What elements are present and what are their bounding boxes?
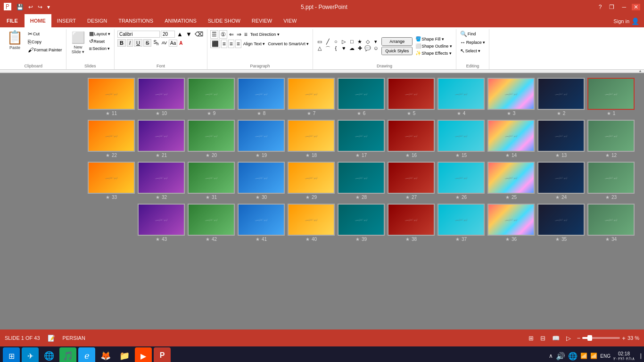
list-item[interactable]: اردو / فارسی★3 <box>487 78 535 116</box>
slide-thumb[interactable]: اردو / فارسی <box>537 162 585 194</box>
tab-view[interactable]: VIEW <box>278 14 302 27</box>
text-direction-button[interactable]: Text Direction ▾ <box>249 32 281 37</box>
slide-star[interactable]: ★ <box>505 195 510 200</box>
reading-view-btn[interactable]: 📖 <box>550 334 562 343</box>
shape-more[interactable]: ▾ <box>372 39 380 45</box>
taskbar-lang[interactable]: ENG <box>600 354 611 359</box>
list-item[interactable]: اردو / فارسی★2 <box>537 78 585 116</box>
list-item[interactable]: اردو / فارسی★10 <box>138 78 185 116</box>
tab-design[interactable]: DESIGN <box>82 14 113 27</box>
slide-thumb[interactable]: اردو / فارسی <box>438 120 485 152</box>
align-right[interactable]: ≡ <box>228 40 234 48</box>
quick-styles-button[interactable]: Quick Styles <box>381 47 413 55</box>
tab-review[interactable]: REVIEW <box>246 14 278 27</box>
slide-thumb[interactable]: اردو / فارسی <box>487 204 535 236</box>
tab-slideshow[interactable]: SLIDE SHOW <box>202 14 246 27</box>
sign-in-btn[interactable]: Sign in 👤 <box>609 15 644 27</box>
list-item[interactable]: اردو / فارسی★39 <box>338 204 385 242</box>
list-item[interactable]: اردو / فارسی★34 <box>587 204 635 242</box>
increase-indent[interactable]: ⇒ <box>236 31 242 38</box>
slide-thumb[interactable]: اردو / فارسی <box>438 78 485 110</box>
slide-thumb[interactable]: اردو / فارسی <box>338 120 385 152</box>
list-item[interactable]: اردو / فارسی★6 <box>338 78 385 116</box>
select-button[interactable]: ↖ Select ▾ <box>459 47 482 55</box>
shape-rect[interactable]: ▭ <box>316 39 323 45</box>
slide-star[interactable]: ★ <box>505 237 510 242</box>
taskbar-media[interactable]: 🎵 <box>59 347 76 362</box>
list-item[interactable]: اردو / فارسی★18 <box>288 120 335 158</box>
slide-star[interactable]: ★ <box>156 153 160 158</box>
zoom-in-btn[interactable]: + <box>622 335 626 342</box>
slide-thumb[interactable]: اردو / فارسی <box>338 204 385 236</box>
char-spacing-button[interactable]: AV <box>161 40 168 46</box>
slide-thumb[interactable]: اردو / فارسی <box>88 78 135 110</box>
clear-formatting[interactable]: ⌫ <box>194 30 204 38</box>
taskbar-chevron[interactable]: ∧ <box>549 353 553 359</box>
align-text-button[interactable]: Align Text ▾ <box>242 41 266 47</box>
list-item[interactable]: اردو / فارسی★16 <box>388 120 435 158</box>
restore-btn[interactable]: ❐ <box>607 4 616 10</box>
slide-star[interactable]: ★ <box>555 195 560 200</box>
qat-undo[interactable]: ↩ <box>27 3 34 11</box>
slide-thumb[interactable]: اردو / فارسی <box>438 162 485 194</box>
slide-thumb[interactable]: اردو / فارسی <box>138 162 185 194</box>
slide-thumb[interactable]: اردو / فارسی <box>238 162 285 194</box>
layout-button[interactable]: ▦ Layout ▾ <box>88 30 112 37</box>
slide-star[interactable]: ★ <box>407 111 411 116</box>
slide-thumb[interactable]: اردو / فارسی <box>438 204 485 236</box>
align-left[interactable]: ⬛ <box>210 40 220 48</box>
slide-star[interactable]: ★ <box>206 195 210 200</box>
list-item[interactable]: اردو / فارسی★5 <box>388 78 435 116</box>
slide-thumb[interactable]: اردو / فارسی <box>587 162 635 194</box>
slide-star[interactable]: ★ <box>555 237 560 242</box>
slide-thumb[interactable]: اردو / فارسی <box>138 120 185 152</box>
slide-star[interactable]: ★ <box>607 111 611 116</box>
slide-star[interactable]: ★ <box>305 195 310 200</box>
slide-thumb[interactable]: اردو / فارسی <box>487 120 535 152</box>
slide-star[interactable]: ★ <box>455 195 460 200</box>
taskbar-clock[interactable]: 02:18 ۲۰۲۲/۰۲/۱۸ <box>613 351 635 361</box>
slide-star[interactable]: ★ <box>106 153 110 158</box>
help-btn[interactable]: ? <box>597 4 604 10</box>
slide-star[interactable]: ★ <box>605 153 610 158</box>
slide-star[interactable]: ★ <box>305 237 310 242</box>
replace-button[interactable]: ↔ Replace ▾ <box>459 39 487 46</box>
list-item[interactable]: اردو / فارسی★8 <box>238 78 285 116</box>
slide-thumb[interactable]: اردو / فارسی <box>188 204 235 236</box>
taskbar-telegram[interactable]: ✈ <box>22 347 39 362</box>
section-button[interactable]: ≡ Section ▾ <box>88 45 112 52</box>
slide-star[interactable]: ★ <box>305 153 310 158</box>
slide-thumb[interactable]: اردو / فارسی <box>537 78 585 110</box>
slide-star[interactable]: ★ <box>256 153 260 158</box>
taskbar-powerpoint[interactable]: P <box>154 347 171 362</box>
list-item[interactable]: اردو / فارسی★13 <box>537 120 585 158</box>
format-painter-button[interactable]: 🖌 Format Painter <box>27 46 63 54</box>
list-item[interactable]: اردو / فارسی★26 <box>438 162 485 200</box>
zoom-track[interactable] <box>582 337 620 339</box>
list-item[interactable]: اردو / فارسی★11 <box>88 78 135 116</box>
list-item[interactable]: اردو / فارسی★9 <box>188 78 235 116</box>
slide-thumb[interactable]: اردو / فارسی <box>537 204 585 236</box>
find-button[interactable]: 🔍 Find <box>459 30 477 38</box>
shape-effects-button[interactable]: ✨ Shape Effects ▾ <box>414 50 453 56</box>
list-item[interactable]: اردو / فارسی★15 <box>438 120 485 158</box>
slide-star[interactable]: ★ <box>455 237 460 242</box>
slide-thumb[interactable]: اردو / فارسی <box>587 78 635 110</box>
slide-thumb[interactable]: اردو / فارسی <box>388 120 435 152</box>
slide-thumb[interactable]: اردو / فارسی <box>537 120 585 152</box>
slide-thumb[interactable]: اردو / فارسی <box>388 204 435 236</box>
taskbar-video[interactable]: ▶ <box>135 347 152 362</box>
show-desktop[interactable]: ▕ <box>637 354 641 359</box>
list-item[interactable]: اردو / فارسی★43 <box>138 204 185 242</box>
list-item[interactable]: اردو / فارسی★25 <box>487 162 535 200</box>
slide-sorter-btn[interactable]: ⊟ <box>538 334 548 343</box>
list-item[interactable]: اردو / فارسی★23 <box>587 162 635 200</box>
font-size-input[interactable] <box>161 31 175 38</box>
slide-thumb[interactable]: اردو / فارسی <box>587 120 635 152</box>
list-item[interactable]: اردو / فارسی★14 <box>487 120 535 158</box>
shape-fill-button[interactable]: 🪣 Shape Fill ▾ <box>414 36 453 42</box>
paste-button[interactable]: 📋 Paste <box>4 30 26 51</box>
shape-curve[interactable]: ⌒ <box>324 45 331 52</box>
slide-star[interactable]: ★ <box>355 195 360 200</box>
slide-star[interactable]: ★ <box>106 111 110 116</box>
